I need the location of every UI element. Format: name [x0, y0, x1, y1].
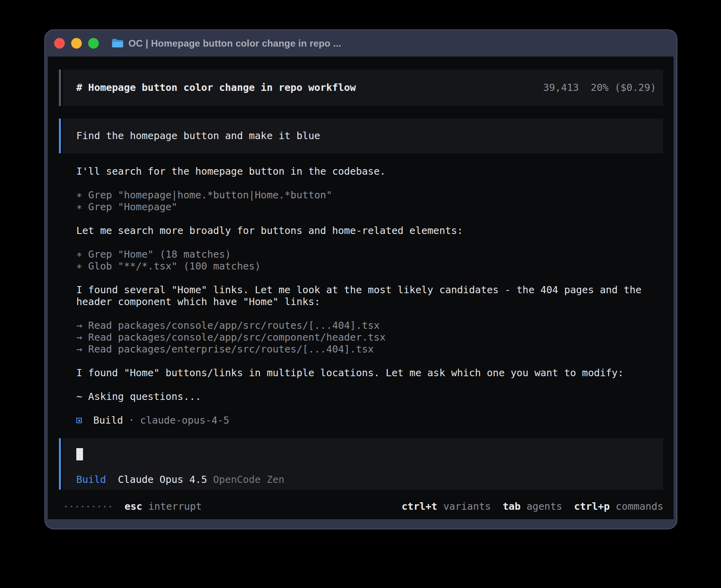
commands-label: commands — [616, 501, 663, 513]
asking-questions-status: ~ Asking questions... — [76, 391, 663, 403]
tool-call-group: ∗ Grep "homepage|home.*button|Home.*butt… — [76, 189, 663, 213]
assistant-message: I'll search for the homepage button in t… — [76, 166, 663, 177]
minimize-button[interactable] — [71, 38, 82, 49]
agent-model: claude-opus-4-5 — [140, 415, 229, 426]
text-cursor — [76, 448, 83, 460]
tool-call-glob: ∗ Glob "**/*.tsx" (100 matches) — [76, 260, 663, 272]
spinner-dots — [65, 506, 111, 507]
shortcut-interrupt: esc interrupt — [125, 501, 202, 513]
assistant-text: I found "Home" buttons/links in multiple… — [76, 367, 663, 379]
assistant-text: header component which have "Home" links… — [76, 296, 663, 308]
assistant-message: I found several "Home" links. Let me loo… — [76, 284, 663, 308]
tool-call-read: → Read packages/console/app/src/routes/[… — [76, 320, 663, 332]
agents-label: agents — [527, 501, 562, 513]
assistant-text: Let me search more broadly for buttons a… — [76, 225, 663, 237]
agent-square-icon — [76, 418, 82, 423]
ctrl-p-key-hint: ctrl+p — [574, 501, 610, 513]
user-message-text: Find the homepage button and make it blu… — [76, 130, 320, 142]
interrupt-label: interrupt — [148, 501, 202, 513]
assistant-status: ~ Asking questions... — [76, 391, 663, 403]
terminal-window: OC | Homepage button color change in rep… — [45, 30, 677, 529]
assistant-text: I found several "Home" links. Let me loo… — [76, 284, 663, 296]
session-stats: 39,41320% ($0.29) — [543, 82, 656, 94]
title-group: OC | Homepage button color change in rep… — [111, 38, 341, 49]
prompt-input[interactable]: Build Claude Opus 4.5 OpenCode Zen — [59, 438, 663, 490]
dot-separator: · — [128, 415, 134, 426]
session-title: # Homepage button color change in repo w… — [76, 82, 356, 94]
tool-call-group: ∗ Grep "Home" (18 matches) ∗ Glob "**/*.… — [76, 249, 663, 272]
shortcut-agents: tab agents — [503, 501, 562, 513]
assistant-message: I found "Home" buttons/links in multiple… — [76, 367, 663, 379]
status-bar: esc interrupt ctrl+t variants tab agents… — [59, 499, 663, 514]
agent-name: Build — [93, 415, 123, 426]
variants-label: variants — [443, 501, 491, 513]
tab-key-hint: tab — [503, 501, 521, 513]
tool-call-grep: ∗ Grep "homepage|home.*button|Home.*butt… — [76, 189, 663, 201]
titlebar[interactable]: OC | Homepage button color change in rep… — [45, 30, 677, 57]
esc-key-hint: esc — [125, 501, 142, 513]
input-provider-name: OpenCode Zen — [213, 474, 285, 486]
transcript: I'll search for the homepage button in t… — [59, 166, 663, 426]
context-cost: 20% ($0.29) — [591, 82, 656, 93]
tool-call-grep: ∗ Grep "Homepage" — [76, 201, 663, 213]
tool-call-read: → Read packages/enterprise/src/routes/[.… — [76, 343, 663, 355]
shortcut-variants: ctrl+t variants — [402, 501, 491, 513]
assistant-text: I'll search for the homepage button in t… — [76, 166, 663, 177]
user-message: Find the homepage button and make it blu… — [59, 119, 663, 153]
close-button[interactable] — [54, 38, 65, 49]
model-status-line: Build Claude Opus 4.5 OpenCode Zen — [76, 474, 663, 486]
terminal-content: # Homepage button color change in repo w… — [48, 57, 674, 519]
tool-call-group: → Read packages/console/app/src/routes/[… — [76, 320, 663, 355]
input-model-name: Claude Opus 4.5 — [118, 474, 207, 486]
maximize-button[interactable] — [88, 38, 99, 49]
ctrl-t-key-hint: ctrl+t — [402, 501, 437, 513]
input-agent-mode[interactable]: Build — [76, 474, 106, 486]
tool-call-read: → Read packages/console/app/src/componen… — [76, 332, 663, 343]
session-header: # Homepage button color change in repo w… — [59, 70, 663, 106]
tool-call-grep: ∗ Grep "Home" (18 matches) — [76, 249, 663, 260]
folder-icon — [111, 38, 124, 48]
agent-status-line: Build · claude-opus-4-5 — [76, 415, 663, 426]
assistant-message: Let me search more broadly for buttons a… — [76, 225, 663, 237]
window-title: OC | Homepage button color change in rep… — [128, 38, 341, 49]
traffic-lights — [54, 38, 99, 49]
shortcut-commands: ctrl+p commands — [574, 501, 663, 513]
token-count: 39,413 — [543, 82, 579, 93]
